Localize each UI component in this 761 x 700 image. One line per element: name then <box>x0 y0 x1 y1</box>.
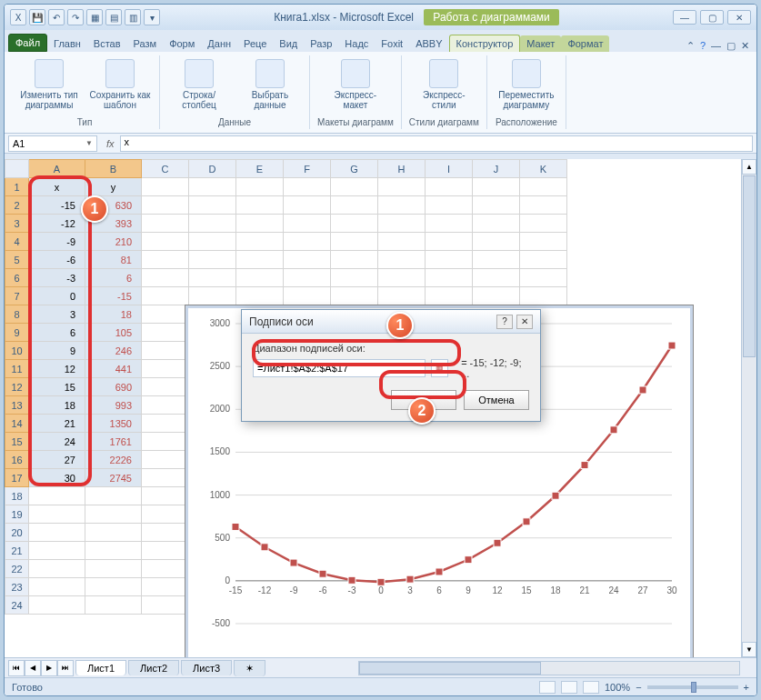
empty-cell[interactable] <box>142 451 189 469</box>
data-cell[interactable]: 993 <box>85 396 142 415</box>
empty-cell[interactable] <box>85 596 142 615</box>
data-cell[interactable]: 27 <box>29 451 85 469</box>
empty-cell[interactable] <box>142 487 189 505</box>
row-header[interactable]: 2 <box>5 196 29 215</box>
empty-cell[interactable] <box>473 287 520 305</box>
tab-file[interactable]: Файл <box>8 34 47 52</box>
row-header[interactable]: 19 <box>5 505 29 524</box>
empty-cell[interactable] <box>142 505 189 524</box>
tab-abby[interactable]: ABBY <box>409 35 448 52</box>
empty-cell[interactable] <box>189 269 236 287</box>
data-cell[interactable]: 21 <box>29 415 85 433</box>
tab-foxit[interactable]: Foxit <box>375 35 409 52</box>
save-icon[interactable]: 💾 <box>29 9 45 25</box>
select-all-cell[interactable] <box>5 160 29 178</box>
empty-cell[interactable] <box>142 578 189 596</box>
data-cell[interactable]: 30 <box>29 469 85 487</box>
empty-cell[interactable] <box>189 178 236 196</box>
undo-icon[interactable]: ↶ <box>48 9 65 25</box>
row-header[interactable]: 22 <box>5 560 29 578</box>
column-header-I[interactable]: I <box>426 160 473 178</box>
column-header-A[interactable]: A <box>29 160 85 178</box>
empty-cell[interactable] <box>378 287 426 305</box>
scroll-thumb[interactable] <box>743 175 756 357</box>
qat-icon[interactable]: ▦ <box>86 9 103 25</box>
sheet-tab[interactable]: Лист3 <box>181 660 232 675</box>
empty-cell[interactable] <box>378 233 426 251</box>
data-cell[interactable]: 2226 <box>85 451 142 469</box>
data-cell[interactable]: 6 <box>29 324 85 342</box>
ribbon-button[interactable]: Строка/столбец <box>167 59 231 110</box>
column-header-D[interactable]: D <box>189 160 236 178</box>
empty-cell[interactable] <box>29 505 85 524</box>
empty-cell[interactable] <box>284 233 331 251</box>
zoom-slider[interactable] <box>647 685 738 689</box>
empty-cell[interactable] <box>236 287 284 305</box>
vertical-scrollbar[interactable]: ▲ ▼ <box>741 159 756 657</box>
column-header-H[interactable]: H <box>378 160 426 178</box>
empty-cell[interactable] <box>189 215 236 233</box>
tab-formulas[interactable]: Форм <box>163 35 201 52</box>
empty-cell[interactable] <box>189 287 236 305</box>
empty-cell[interactable] <box>236 196 284 215</box>
sheet-tab-active[interactable]: Лист1 <box>75 660 126 675</box>
ribbon-button[interactable]: Изменить тип диаграммы <box>17 59 81 110</box>
data-cell[interactable]: 6 <box>85 269 142 287</box>
view-layout-icon[interactable] <box>561 681 577 694</box>
empty-cell[interactable] <box>142 469 189 487</box>
column-header-G[interactable]: G <box>331 160 378 178</box>
data-header[interactable]: x <box>29 178 85 196</box>
empty-cell[interactable] <box>331 233 378 251</box>
dialog-close-icon[interactable]: ✕ <box>516 315 533 329</box>
data-cell[interactable]: -15 <box>85 287 142 305</box>
empty-cell[interactable] <box>426 233 473 251</box>
empty-cell[interactable] <box>85 542 142 560</box>
horizontal-scrollbar[interactable] <box>358 661 740 675</box>
column-header-C[interactable]: C <box>142 160 189 178</box>
column-header-F[interactable]: F <box>284 160 331 178</box>
tab-chart-design[interactable]: Конструктор <box>449 35 521 52</box>
maximize-icon[interactable]: ▢ <box>700 10 724 25</box>
sheet-nav-first-icon[interactable]: ⏮ <box>8 660 25 676</box>
empty-cell[interactable] <box>85 524 142 542</box>
empty-cell[interactable] <box>473 215 520 233</box>
data-cell[interactable]: -15 <box>29 196 85 215</box>
empty-cell[interactable] <box>284 269 331 287</box>
empty-cell[interactable] <box>142 287 189 305</box>
empty-cell[interactable] <box>189 233 236 251</box>
empty-cell[interactable] <box>520 251 567 269</box>
empty-cell[interactable] <box>142 433 189 451</box>
empty-cell[interactable] <box>142 596 189 615</box>
scroll-down-icon[interactable]: ▼ <box>742 642 756 657</box>
tab-insert[interactable]: Встав <box>87 35 127 52</box>
empty-cell[interactable] <box>142 396 189 415</box>
row-header[interactable]: 13 <box>5 396 29 415</box>
ribbon-button[interactable]: Переместить диаграмму <box>495 59 558 110</box>
data-cell[interactable]: 210 <box>85 233 142 251</box>
empty-cell[interactable] <box>284 251 331 269</box>
row-header[interactable]: 21 <box>5 542 29 560</box>
row-header[interactable]: 7 <box>5 287 29 305</box>
empty-cell[interactable] <box>426 215 473 233</box>
row-header[interactable]: 12 <box>5 378 29 396</box>
worksheet-area[interactable]: ABCDEFGHIJK1xy2-156303-123934-92105-6816… <box>5 159 756 657</box>
empty-cell[interactable] <box>284 196 331 215</box>
empty-cell[interactable] <box>520 196 567 215</box>
minimize-ribbon-icon[interactable]: ⌃ <box>686 40 695 52</box>
empty-cell[interactable] <box>331 269 378 287</box>
empty-cell[interactable] <box>142 251 189 269</box>
data-header[interactable]: y <box>85 178 142 196</box>
row-header[interactable]: 16 <box>5 451 29 469</box>
row-header[interactable]: 11 <box>5 360 29 378</box>
empty-cell[interactable] <box>331 251 378 269</box>
view-pagebreak-icon[interactable] <box>583 681 599 694</box>
empty-cell[interactable] <box>142 378 189 396</box>
empty-cell[interactable] <box>29 542 85 560</box>
view-normal-icon[interactable] <box>539 681 556 694</box>
row-header[interactable]: 1 <box>5 178 29 196</box>
qat-icon[interactable]: ▥ <box>125 9 141 25</box>
tab-chart-format[interactable]: Формат <box>561 35 609 52</box>
data-cell[interactable]: 1761 <box>85 433 142 451</box>
empty-cell[interactable] <box>85 578 142 596</box>
tab-developer[interactable]: Разр <box>304 35 338 52</box>
